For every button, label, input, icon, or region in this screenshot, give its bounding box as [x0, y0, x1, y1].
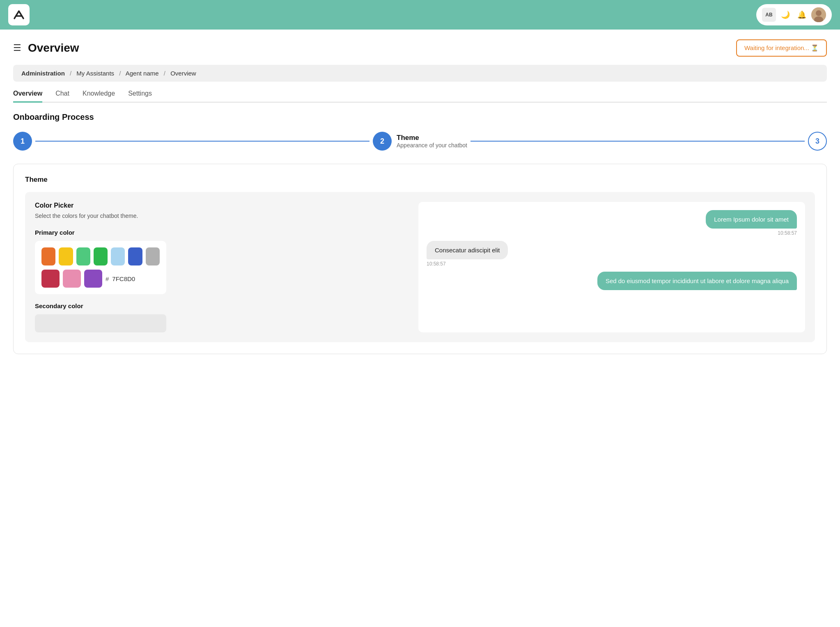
hamburger-icon[interactable]: ☰ [13, 43, 21, 53]
swatch-green[interactable] [94, 247, 108, 265]
swatch-yellow[interactable] [59, 247, 73, 265]
swatches-row-2: # [41, 270, 160, 288]
swatch-blue[interactable] [128, 247, 142, 265]
navbar: AB 🌙 🔔 [0, 0, 840, 30]
swatch-lightblue[interactable] [111, 247, 125, 265]
hash-symbol: # [106, 275, 109, 282]
step-3-circle[interactable]: 3 [808, 132, 827, 151]
tab-chat[interactable]: Chat [55, 90, 69, 103]
chat-time-1: 10:58:57 [778, 230, 797, 236]
chat-message-1-group: Lorem Ipsum dolor sit amet 10:58:57 [427, 210, 797, 236]
hex-row: # [106, 270, 145, 288]
avatar[interactable] [811, 7, 826, 22]
step-2-circle[interactable]: 2 [373, 132, 392, 151]
color-picker-title: Color Picker [35, 202, 405, 209]
breadcrumb-overview: Overview [170, 70, 196, 77]
step-2-label: Theme [397, 134, 467, 142]
chat-bubble-left-1: Consecatur adiscipit elit [427, 241, 508, 259]
step-2-group: 2 Theme Appearance of your chatbot [373, 132, 467, 151]
color-picker-section: Color Picker Select the colors for your … [25, 192, 815, 342]
breadcrumb-sep3: / [164, 70, 165, 77]
steps-row: 1 2 Theme Appearance of your chatbot 3 [13, 132, 827, 151]
chat-preview: Lorem Ipsum dolor sit amet 10:58:57 Cons… [418, 202, 805, 332]
secondary-color-label: Secondary color [35, 302, 405, 309]
header-row: ☰ Overview Waiting for integration... ⏳ [13, 39, 827, 57]
chat-message-2-group: Consecatur adiscipit elit 10:58:57 [427, 241, 797, 267]
breadcrumb-sep2: / [119, 70, 121, 77]
swatch-pink[interactable] [63, 270, 81, 288]
translate-icon[interactable]: AB [762, 8, 776, 22]
color-picker-left: Color Picker Select the colors for your … [35, 202, 405, 332]
step-2-sublabel: Appearance of your chatbot [397, 142, 467, 149]
main-content: ☰ Overview Waiting for integration... ⏳ … [0, 30, 840, 364]
tab-overview[interactable]: Overview [13, 90, 42, 103]
swatch-lightgreen[interactable] [76, 247, 90, 265]
tab-settings[interactable]: Settings [128, 90, 152, 103]
secondary-swatch-bar[interactable] [35, 314, 166, 332]
swatch-purple[interactable] [84, 270, 102, 288]
hex-input[interactable] [112, 275, 145, 282]
chat-bubble-right-2: Sed do eiusmod tempor incididunt ut labo… [597, 272, 797, 290]
step-2-info: Theme Appearance of your chatbot [397, 134, 467, 149]
step-line-1 [35, 141, 370, 142]
breadcrumb-agent-name[interactable]: Agent name [126, 70, 159, 77]
chat-time-2: 10:58:57 [427, 261, 446, 267]
primary-color-label: Primary color [35, 229, 405, 236]
navbar-right: AB 🌙 🔔 [756, 4, 832, 25]
chat-bubble-right-1: Lorem Ipsum dolor sit amet [706, 210, 797, 229]
breadcrumb-my-assistants[interactable]: My Assistants [76, 70, 114, 77]
section-title: Onboarding Process [13, 112, 827, 122]
breadcrumb: Administration / My Assistants / Agent n… [13, 65, 827, 82]
logo[interactable] [8, 4, 30, 25]
swatches-row-1 [41, 247, 160, 265]
page-title: Overview [28, 41, 79, 55]
tab-knowledge[interactable]: Knowledge [83, 90, 115, 103]
swatch-red[interactable] [41, 270, 60, 288]
step-line-2 [470, 141, 805, 142]
waiting-integration-button[interactable]: Waiting for integration... ⏳ [736, 39, 827, 57]
color-picker-desc: Select the colors for your chatbot theme… [35, 213, 405, 219]
header-left: ☰ Overview [13, 41, 79, 55]
color-swatches: # [35, 241, 166, 294]
theme-card: Theme Color Picker Select the colors for… [13, 164, 827, 354]
swatch-orange[interactable] [41, 247, 55, 265]
theme-card-title: Theme [25, 176, 815, 184]
tabs-bar: Overview Chat Knowledge Settings [13, 90, 827, 103]
step-1-circle[interactable]: 1 [13, 132, 32, 151]
swatch-gray[interactable] [146, 247, 160, 265]
secondary-color-section: Secondary color [35, 302, 405, 332]
chat-message-3-group: Sed do eiusmod tempor incididunt ut labo… [427, 272, 797, 290]
dark-mode-icon[interactable]: 🌙 [778, 8, 792, 22]
breadcrumb-sep1: / [70, 70, 71, 77]
bell-icon[interactable]: 🔔 [795, 8, 809, 22]
breadcrumb-administration[interactable]: Administration [21, 70, 65, 77]
svg-point-1 [816, 10, 822, 16]
